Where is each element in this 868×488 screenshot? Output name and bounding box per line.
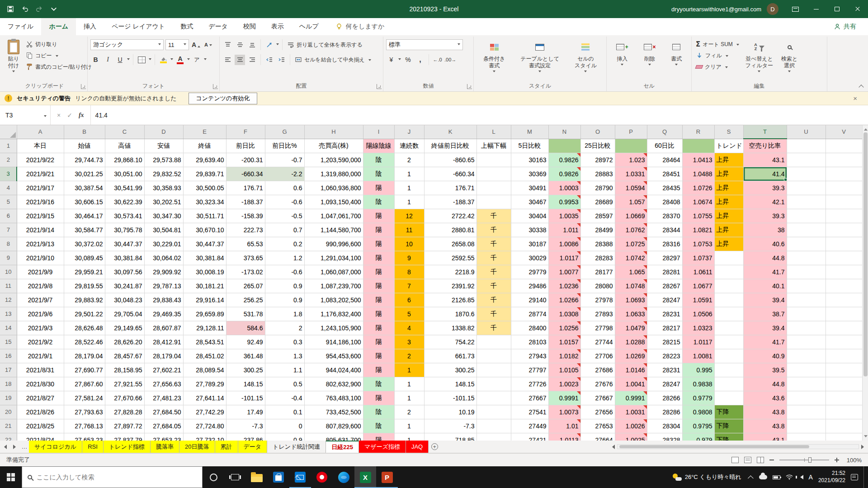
start-button[interactable] <box>0 466 22 488</box>
cell-U11[interactable] <box>787 279 826 293</box>
column-header-H[interactable]: H <box>304 125 363 139</box>
cell-C4[interactable]: 30,541.99 <box>105 181 144 195</box>
cell-F6[interactable]: -158.39 <box>226 209 265 223</box>
cell-G15[interactable]: 0.3 <box>265 335 304 349</box>
cell-Q19[interactable]: 28266 <box>647 391 682 405</box>
ribbon-tab-ページ レイアウト[interactable]: ページ レイアウト <box>104 18 173 35</box>
cell-K11[interactable]: 2391.92 <box>424 279 476 293</box>
cell-G21[interactable]: 0 <box>265 419 304 433</box>
cell-C15[interactable]: 28,626.20 <box>105 335 144 349</box>
cell-R15[interactable]: 1.0117 <box>682 335 714 349</box>
cell-A4[interactable]: 2021/9/17 <box>17 181 64 195</box>
cell-K14[interactable]: 1338.82 <box>424 321 476 335</box>
ribbon-tab-挿入[interactable]: 挿入 <box>76 18 104 35</box>
cell-P18[interactable]: 1.0041 <box>615 377 647 391</box>
cell-N5[interactable]: 0.9953 <box>548 195 580 209</box>
cell-A11[interactable]: 2021/9/8 <box>17 279 64 293</box>
fill-color-button[interactable] <box>158 55 169 65</box>
cell-A3[interactable]: 2021/9/21 <box>17 167 64 181</box>
cell-R12[interactable]: 1.0591 <box>682 293 714 307</box>
cell-I16[interactable]: 陽 <box>363 349 394 363</box>
align-center-button[interactable] <box>235 55 245 65</box>
cell-H19[interactable]: 763,483,100 <box>304 391 363 405</box>
cell-E2[interactable]: 29,639.40 <box>183 153 226 167</box>
font-color-caret-icon[interactable] <box>187 58 190 61</box>
bold-button[interactable]: B <box>90 55 101 65</box>
cell-A22[interactable]: 2021/8/24 <box>17 433 64 441</box>
cell-U20[interactable] <box>787 405 826 419</box>
task-view-button[interactable] <box>224 466 246 488</box>
cell-R8[interactable]: 1.0753 <box>682 237 714 251</box>
sheet-scroll-right-button[interactable] <box>10 441 20 453</box>
edge-button[interactable] <box>333 466 354 488</box>
row-header-21[interactable]: 21 <box>0 419 17 433</box>
merge-center-button[interactable]: セルを結合して中央揃え <box>293 55 373 65</box>
taskbar-search[interactable] <box>22 466 203 488</box>
cell-V13[interactable] <box>826 307 862 321</box>
cell-T4[interactable]: 39.3 <box>743 181 787 195</box>
cell-S13[interactable] <box>714 307 743 321</box>
cell-M7[interactable]: 30338 <box>511 223 548 237</box>
row-header-17[interactable]: 17 <box>0 363 17 377</box>
onedrive-cloud-icon[interactable] <box>759 475 767 479</box>
percent-format-button[interactable]: % <box>403 55 413 65</box>
cell-J13[interactable]: 5 <box>394 307 424 321</box>
row-header-5[interactable]: 5 <box>0 195 17 209</box>
cell-K15[interactable]: 754.22 <box>424 335 476 349</box>
cell-N1[interactable] <box>548 139 580 153</box>
cell-K22[interactable]: 718.85 <box>424 433 476 441</box>
column-header-L[interactable]: L <box>476 125 511 139</box>
cell-U21[interactable] <box>787 419 826 433</box>
cell-V11[interactable] <box>826 279 862 293</box>
cell-N18[interactable]: 1.0023 <box>548 377 580 391</box>
column-header-Q[interactable]: Q <box>647 125 682 139</box>
cell-E21[interactable]: 27,724.80 <box>183 419 226 433</box>
row-header-20[interactable]: 20 <box>0 405 17 419</box>
cell-V15[interactable] <box>826 335 862 349</box>
cell-I7[interactable]: 陽 <box>363 223 394 237</box>
cell-G20[interactable]: 0.1 <box>265 405 304 419</box>
cell-Q11[interactable]: 28267 <box>647 279 682 293</box>
cell-T12[interactable]: 39.4 <box>743 293 787 307</box>
cell-B6[interactable]: 30,464.17 <box>64 209 105 223</box>
cell-N15[interactable]: 1.0157 <box>548 335 580 349</box>
cell-B4[interactable]: 30,387.54 <box>64 181 105 195</box>
cell-F20[interactable]: 17.49 <box>226 405 265 419</box>
cell-A1[interactable]: 本日 <box>17 139 64 153</box>
cell-J11[interactable]: 7 <box>394 279 424 293</box>
cell-C14[interactable]: 29,149.65 <box>105 321 144 335</box>
cell-D12[interactable]: 29,838.43 <box>144 293 183 307</box>
cell-S11[interactable] <box>714 279 743 293</box>
cell-B17[interactable]: 27,690.77 <box>64 363 105 377</box>
sheet-tab-累計[interactable]: 累計 <box>215 441 238 453</box>
column-header-V[interactable]: V <box>826 125 862 139</box>
cut-button[interactable]: 切り取り <box>24 39 93 49</box>
cell-O15[interactable]: 27744 <box>580 335 615 349</box>
cell-P1[interactable] <box>615 139 647 153</box>
cell-I12[interactable]: 陽 <box>363 293 394 307</box>
ribbon-tab-ホーム[interactable]: ホーム <box>41 18 76 35</box>
cancel-formula-icon[interactable]: × <box>57 112 61 119</box>
excel-taskbar-button[interactable]: X <box>354 466 376 488</box>
cell-Q17[interactable]: 28231 <box>647 363 682 377</box>
find-select-button[interactable]: 検索と 選択 <box>778 38 801 75</box>
row-header-3[interactable]: 3 <box>0 167 17 181</box>
cell-M18[interactable]: 27726 <box>511 377 548 391</box>
delete-cells-button[interactable]: × 削除 <box>641 38 659 68</box>
cell-H3[interactable]: 1,319,880,000 <box>304 167 363 181</box>
scroll-right-icon[interactable] <box>861 445 866 449</box>
cell-L22[interactable] <box>476 433 511 441</box>
cell-T2[interactable]: 43.1 <box>743 153 787 167</box>
cell-L18[interactable] <box>476 377 511 391</box>
cell-J16[interactable]: 2 <box>394 349 424 363</box>
cell-S18[interactable] <box>714 377 743 391</box>
cell-C20[interactable]: 27,828.28 <box>105 405 144 419</box>
cell-B21[interactable]: 27,768.13 <box>64 419 105 433</box>
italic-button[interactable]: I <box>103 55 113 65</box>
cell-D19[interactable]: 27,481.23 <box>144 391 183 405</box>
cell-F3[interactable]: -660.34 <box>226 167 265 181</box>
cell-V2[interactable] <box>826 153 862 167</box>
undo-button[interactable] <box>18 0 32 18</box>
cell-T15[interactable]: 41.7 <box>743 335 787 349</box>
cell-D16[interactable]: 28,179.04 <box>144 349 183 363</box>
